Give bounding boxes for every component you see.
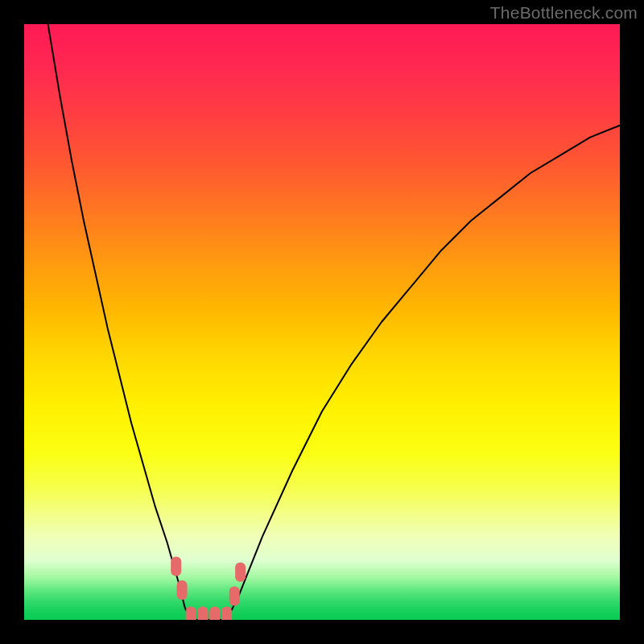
highlight-marker xyxy=(177,580,188,600)
highlight-marker xyxy=(229,586,240,605)
chart-container: TheBottleneck.com xyxy=(0,0,644,644)
watermark-text: TheBottleneck.com xyxy=(490,3,638,23)
marker-group xyxy=(171,556,246,620)
curve-svg xyxy=(24,24,620,620)
plot-area xyxy=(24,24,620,620)
highlight-marker xyxy=(171,556,181,576)
highlight-marker xyxy=(198,607,208,620)
curve-path xyxy=(48,24,620,620)
highlight-marker xyxy=(235,563,246,582)
highlight-marker xyxy=(186,607,196,620)
bottleneck-curve xyxy=(48,24,620,620)
highlight-marker xyxy=(221,607,232,620)
highlight-marker xyxy=(209,607,220,620)
